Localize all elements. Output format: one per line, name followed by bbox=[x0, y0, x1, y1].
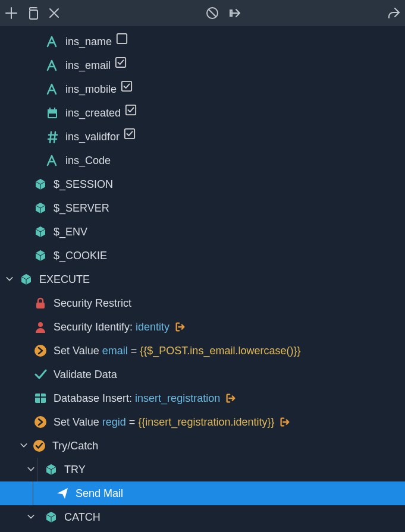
cube-icon bbox=[33, 248, 48, 263]
chevron-down-icon[interactable] bbox=[4, 273, 15, 285]
global-env[interactable]: $_ENV bbox=[0, 220, 405, 244]
var-ins-created[interactable]: ins_created bbox=[0, 101, 405, 125]
checkbox-checked-icon[interactable] bbox=[124, 103, 137, 117]
checkbox-checked-icon[interactable] bbox=[114, 56, 127, 69]
var-ins-validfor[interactable]: ins_validfor bbox=[0, 125, 405, 149]
var-label: ins_Code bbox=[65, 155, 111, 167]
export-icon[interactable] bbox=[230, 7, 243, 20]
global-session[interactable]: $_SESSION bbox=[0, 172, 405, 196]
global-server[interactable]: $_SERVER bbox=[0, 196, 405, 220]
arrow-circle-icon bbox=[33, 415, 48, 429]
try-catch[interactable]: Try/Catch bbox=[0, 434, 405, 458]
font-icon bbox=[45, 153, 59, 168]
global-label: $_SESSION bbox=[54, 178, 113, 191]
calendar-icon bbox=[45, 106, 59, 120]
step-label: Database Insert: bbox=[54, 392, 132, 405]
global-label: $_SERVER bbox=[54, 202, 109, 215]
open-link-icon[interactable] bbox=[279, 416, 291, 428]
checkbox-icon[interactable] bbox=[115, 32, 128, 45]
open-link-icon[interactable] bbox=[174, 321, 186, 333]
execute-label: EXECUTE bbox=[39, 273, 90, 286]
step-var: regid bbox=[102, 416, 126, 429]
security-restrict[interactable]: Security Restrict bbox=[0, 291, 405, 315]
step-label: Set Value bbox=[54, 416, 99, 429]
step-var: email bbox=[102, 345, 128, 357]
font-icon bbox=[45, 82, 59, 96]
global-label: $_ENV bbox=[54, 226, 87, 238]
validate-data[interactable]: Validate Data bbox=[0, 363, 405, 386]
step-expr: {{$_POST.ins_email.lowercase()}} bbox=[140, 345, 300, 357]
share-icon[interactable] bbox=[387, 7, 400, 20]
tree: ins_name ins_email ins_mobile ins_create… bbox=[0, 26, 405, 532]
table-icon bbox=[33, 391, 48, 405]
hash-icon bbox=[45, 130, 59, 144]
user-icon bbox=[33, 320, 48, 334]
var-label: ins_name bbox=[65, 36, 112, 48]
catch-block[interactable]: CATCH bbox=[0, 505, 405, 529]
lock-icon bbox=[33, 296, 48, 310]
set-value-regid[interactable]: Set Value regid = {{insert_registration.… bbox=[0, 410, 405, 434]
cube-icon bbox=[44, 462, 58, 477]
try-label: TRY bbox=[64, 464, 86, 476]
open-link-icon[interactable] bbox=[225, 392, 237, 404]
send-icon bbox=[55, 486, 70, 500]
var-ins-email[interactable]: ins_email bbox=[0, 53, 405, 77]
var-label: ins_email bbox=[65, 59, 111, 72]
check-icon bbox=[33, 367, 48, 382]
var-ins-code[interactable]: ins_Code bbox=[0, 149, 405, 172]
step-label: Send Mail bbox=[76, 487, 123, 500]
send-mail[interactable]: Send Mail bbox=[0, 481, 405, 505]
step-value: identity bbox=[136, 321, 169, 333]
global-label: $_COOKIE bbox=[54, 250, 107, 262]
var-ins-mobile[interactable]: ins_mobile bbox=[0, 77, 405, 101]
chevron-down-icon[interactable] bbox=[25, 464, 37, 476]
try-block[interactable]: TRY bbox=[0, 458, 405, 481]
disable-icon[interactable] bbox=[206, 7, 219, 20]
toolbar bbox=[0, 0, 405, 26]
step-label: Try/Catch bbox=[52, 440, 98, 452]
var-ins-name[interactable]: ins_name bbox=[0, 30, 405, 53]
add-icon[interactable] bbox=[5, 7, 18, 20]
execute-group[interactable]: EXECUTE bbox=[0, 267, 405, 291]
step-label: Security Identify: bbox=[54, 321, 133, 333]
var-label: ins_validfor bbox=[65, 131, 120, 143]
chevron-down-icon[interactable] bbox=[18, 440, 30, 452]
font-icon bbox=[45, 34, 59, 49]
step-label: Validate Data bbox=[54, 369, 117, 381]
chevron-down-icon[interactable] bbox=[25, 511, 37, 523]
security-identify[interactable]: Security Identify: identity bbox=[0, 315, 405, 339]
check-circle-icon bbox=[32, 439, 46, 453]
duplicate-icon[interactable] bbox=[26, 7, 39, 20]
var-label: ins_mobile bbox=[65, 83, 117, 96]
cube-icon bbox=[33, 225, 48, 239]
set-value-email[interactable]: Set Value email = {{$_POST.ins_email.low… bbox=[0, 339, 405, 363]
font-icon bbox=[45, 58, 59, 73]
catch-label: CATCH bbox=[64, 511, 101, 524]
step-expr: {{insert_registration.identity}} bbox=[138, 416, 274, 429]
response[interactable]: Response 200 bbox=[0, 529, 405, 532]
equals-sign: = bbox=[131, 345, 137, 357]
checkbox-checked-icon[interactable] bbox=[123, 127, 136, 140]
database-insert[interactable]: Database Insert: insert_registration bbox=[0, 386, 405, 410]
cube-icon bbox=[33, 177, 48, 191]
global-cookie[interactable]: $_COOKIE bbox=[0, 244, 405, 267]
cube-icon bbox=[19, 272, 33, 287]
step-label: Set Value bbox=[54, 345, 99, 357]
step-label: Security Restrict bbox=[54, 297, 131, 310]
var-label: ins_created bbox=[65, 107, 121, 119]
arrow-circle-icon bbox=[33, 344, 48, 358]
close-icon[interactable] bbox=[48, 7, 61, 20]
checkbox-checked-icon[interactable] bbox=[120, 80, 133, 93]
equals-sign: = bbox=[129, 416, 136, 429]
cube-icon bbox=[44, 510, 58, 524]
step-value: insert_registration bbox=[135, 392, 220, 405]
cube-icon bbox=[33, 201, 48, 215]
